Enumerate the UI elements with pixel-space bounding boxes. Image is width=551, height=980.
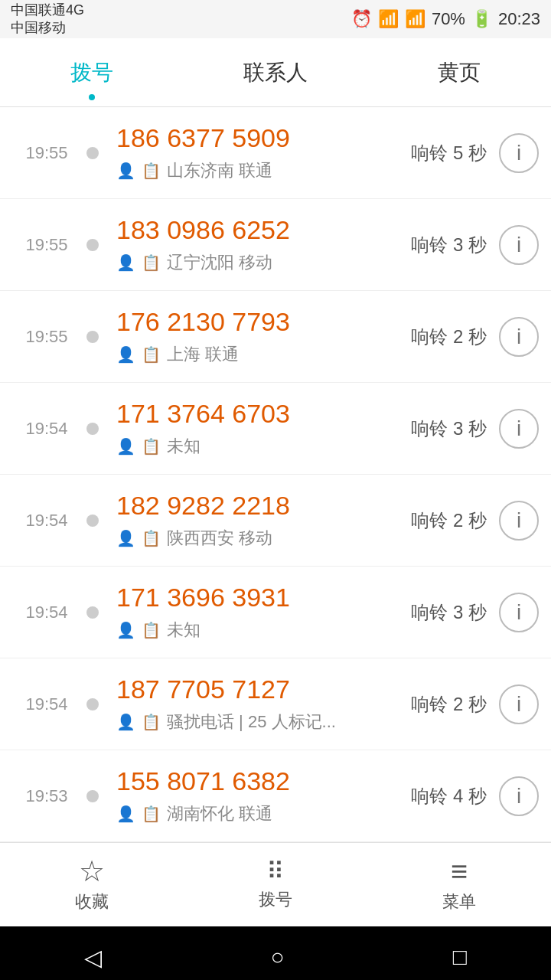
call-dot-container [81,147,104,159]
call-dot [86,239,99,251]
person-icon: 👤 [116,713,135,731]
call-info: 186 6377 5909 👤 📋 山东济南 联通 [104,123,411,182]
person-icon: 👤 [116,437,135,456]
tab-contacts-label: 联系人 [243,58,308,87]
android-nav: ◁ ○ □ [0,926,551,980]
home-button[interactable]: ○ [270,944,284,970]
battery-label: 70% [432,9,465,29]
signal-icon: 📶 [405,9,425,29]
wifi-icon: 📶 [378,9,399,29]
info-button[interactable]: i [499,317,539,357]
call-item[interactable]: 19:54 182 9282 2218 👤 📋 陕西西安 移动 响铃 2 秒 i [0,475,551,567]
call-duration: 响铃 4 秒 [411,784,487,808]
call-right: 响铃 2 秒 i [411,317,539,357]
info-button[interactable]: i [499,776,539,816]
sim-icon: 📋 [142,805,161,823]
tab-contacts[interactable]: 联系人 [184,38,367,106]
call-info: 171 3764 6703 👤 📋 未知 [104,399,411,458]
tab-yellowpages[interactable]: 黄页 [367,38,551,106]
call-right: 响铃 3 秒 i [411,225,539,265]
call-item[interactable]: 19:54 171 3764 6703 👤 📋 未知 响铃 3 秒 i [0,383,551,475]
call-dot [86,698,99,710]
call-item[interactable]: 19:54 171 3696 3931 👤 📋 未知 响铃 3 秒 i [0,567,551,658]
call-duration: 响铃 2 秒 [411,692,487,717]
sim-icon: 📋 [142,621,161,639]
person-icon: 👤 [116,345,135,364]
call-meta: 👤 📋 骚扰电话 | 25 人标记... [116,710,399,733]
call-duration: 响铃 3 秒 [411,416,487,441]
call-dot-container [81,790,104,802]
nav-favorites[interactable]: ☆ 收藏 [0,857,184,913]
person-icon: 👤 [116,805,135,823]
call-info: 187 7705 7127 👤 📋 骚扰电话 | 25 人标记... [104,675,411,733]
tab-dialpad-label: 拨号 [70,58,113,87]
battery-icon: 🔋 [471,9,492,29]
call-number: 187 7705 7127 [116,675,399,704]
tab-dialpad[interactable]: 拨号 [0,38,184,106]
call-info: 176 2130 7793 👤 📋 上海 联通 [104,307,411,366]
call-location: 骚扰电话 | 25 人标记... [167,710,336,733]
back-button[interactable]: ◁ [84,944,102,971]
nav-menu-label: 菜单 [442,890,476,913]
call-meta: 👤 📋 未知 [116,619,399,642]
call-item[interactable]: 19:55 183 0986 6252 👤 📋 辽宁沈阳 移动 响铃 3 秒 i [0,199,551,291]
call-meta: 👤 📋 陕西西安 移动 [116,527,399,550]
call-item[interactable]: 19:54 187 7705 7127 👤 📋 骚扰电话 | 25 人标记...… [0,658,551,750]
call-time: 19:54 [12,603,81,622]
tab-bar: 拨号 联系人 黄页 [0,38,551,107]
call-dot [86,331,99,343]
call-right: 响铃 4 秒 i [411,776,539,816]
call-meta: 👤 📋 上海 联通 [116,343,399,366]
call-right: 响铃 3 秒 i [411,593,539,632]
call-number: 155 8071 6382 [116,766,399,796]
info-button[interactable]: i [499,225,539,265]
recents-button[interactable]: □ [453,944,467,970]
call-item[interactable]: 19:55 176 2130 7793 👤 📋 上海 联通 响铃 2 秒 i [0,291,551,383]
clock-icon: ⏰ [351,9,372,29]
call-dot [86,423,99,435]
info-button[interactable]: i [499,133,539,173]
info-button[interactable]: i [499,501,539,541]
dialpad-icon: ⠿ [266,859,285,884]
call-item[interactable]: 19:55 186 6377 5909 👤 📋 山东济南 联通 响铃 5 秒 i [0,107,551,199]
bottom-nav: ☆ 收藏 ⠿ 拨号 ≡ 菜单 [0,842,551,926]
call-dot [86,606,99,619]
call-dot-container [81,514,104,527]
call-number: 176 2130 7793 [116,307,399,337]
call-dot [86,790,99,802]
call-item[interactable]: 19:53 155 8071 6382 👤 📋 湖南怀化 联通 响铃 4 秒 i [0,750,551,842]
status-bar: 中国联通4G 中国移动 ⏰ 📶 📶 70% 🔋 20:23 [0,0,551,38]
call-dot [86,514,99,527]
call-time: 19:54 [12,419,81,439]
call-location: 陕西西安 移动 [167,527,272,550]
call-right: 响铃 3 秒 i [411,409,539,449]
sim-icon: 📋 [142,529,161,547]
call-info: 171 3696 3931 👤 📋 未知 [104,583,411,642]
info-button[interactable]: i [499,409,539,449]
call-number: 182 9282 2218 [116,491,399,521]
person-icon: 👤 [116,529,135,547]
person-icon: 👤 [116,621,135,639]
person-icon: 👤 [116,253,135,272]
sim-icon: 📋 [142,437,161,456]
info-button[interactable]: i [499,593,539,632]
call-time: 19:54 [12,511,81,531]
call-time: 19:53 [12,786,81,806]
call-location: 山东济南 联通 [167,159,272,182]
call-info: 182 9282 2218 👤 📋 陕西西安 移动 [104,491,411,550]
call-location: 未知 [167,619,201,642]
info-button[interactable]: i [499,684,539,724]
call-time: 19:55 [12,235,81,255]
call-location: 未知 [167,435,201,458]
nav-menu[interactable]: ≡ 菜单 [367,857,551,913]
tab-yellowpages-label: 黄页 [438,58,481,87]
call-dot-container [81,239,104,251]
nav-favorites-label: 收藏 [75,890,109,913]
nav-dialpad[interactable]: ⠿ 拨号 [184,859,367,911]
sim-icon: 📋 [142,253,161,272]
call-duration: 响铃 3 秒 [411,233,487,257]
call-number: 171 3696 3931 [116,583,399,612]
call-time: 19:55 [12,327,81,347]
call-info: 155 8071 6382 👤 📋 湖南怀化 联通 [104,766,411,825]
sim-icon: 📋 [142,713,161,731]
